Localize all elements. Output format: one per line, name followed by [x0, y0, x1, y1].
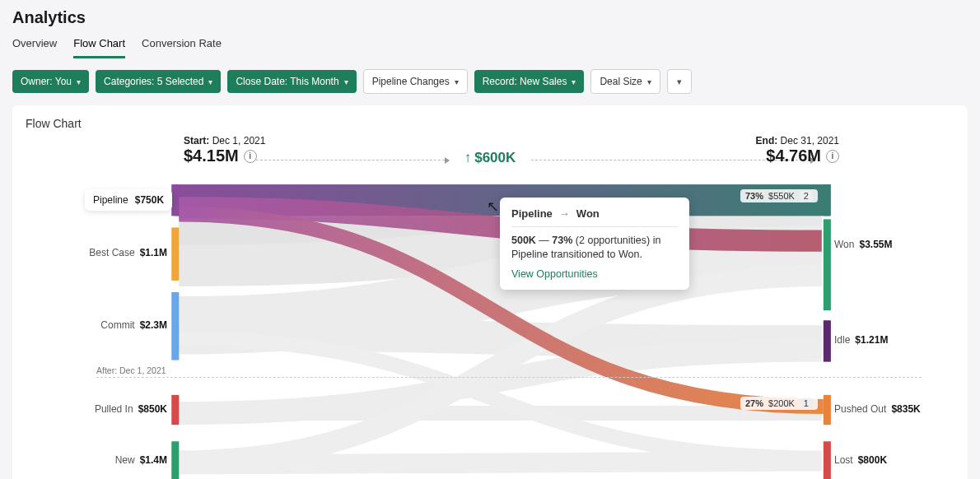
more-filters-button[interactable]: ▾ — [667, 69, 692, 94]
filter-close-date-label: Close Date: This Month — [236, 76, 338, 87]
info-icon[interactable]: i — [244, 150, 257, 163]
start-label: Start: Dec 1, 2021 — [184, 135, 265, 146]
node-commit[interactable]: Commit$2.3M — [100, 319, 167, 331]
node-value: $1.21M — [855, 334, 888, 346]
endcap-pct: 27% — [745, 398, 763, 408]
filter-deal-size-label: Deal Size — [600, 76, 642, 87]
node-name: Best Case — [89, 247, 134, 258]
node-value: $750K — [135, 194, 164, 206]
node-name: New — [115, 454, 135, 466]
flow-endcap-won[interactable]: 73% $550K 2 — [740, 189, 818, 202]
node-name: Idle — [834, 334, 850, 346]
svg-rect-5 — [171, 441, 179, 479]
node-name: Commit — [100, 319, 134, 331]
node-pipeline-card[interactable]: Pipeline $750K — [85, 189, 172, 211]
chevron-down-icon: ▾ — [677, 77, 682, 87]
flow-endcap-pushed[interactable]: 27% $200K 1 — [740, 397, 818, 410]
node-value: $800K — [858, 454, 887, 466]
node-value: $1.4M — [140, 454, 167, 466]
sankey-chart[interactable]: Pipeline $750K Best Case$1.1M Commit$2.3… — [26, 176, 954, 479]
filter-close-date[interactable]: Close Date: This Month▾ — [227, 70, 356, 93]
svg-rect-3 — [171, 292, 179, 360]
endcap-amount: $200K — [768, 398, 795, 408]
svg-rect-8 — [824, 320, 831, 361]
svg-rect-7 — [824, 219, 831, 310]
tooltip-to: Won — [576, 207, 600, 220]
flow-tooltip: Pipeline → Won 500K — 73% (2 opportuniti… — [500, 198, 689, 290]
filter-categories[interactable]: Categories: 5 Selected▾ — [96, 70, 221, 93]
filter-record-label: Record: New Sales — [483, 76, 567, 87]
delta-amount: ↑ $600K — [464, 150, 516, 166]
end-label: End: Dec 31, 2021 — [756, 135, 839, 146]
svg-rect-4 — [171, 395, 179, 425]
filter-record[interactable]: Record: New Sales▾ — [474, 70, 585, 93]
svg-rect-2 — [171, 227, 179, 280]
svg-rect-1 — [171, 184, 179, 216]
info-icon[interactable]: i — [826, 150, 839, 163]
filter-pipeline-changes-label: Pipeline Changes — [372, 76, 450, 87]
svg-rect-6 — [824, 184, 831, 216]
summary-bar: Start: Dec 1, 2021 $4.15Mi ↑ $600K End: … — [141, 135, 839, 171]
chevron-down-icon: ▾ — [647, 77, 651, 86]
chevron-down-icon: ▾ — [77, 77, 81, 86]
node-best-case[interactable]: Best Case$1.1M — [89, 247, 167, 258]
connector-line — [256, 160, 449, 160]
node-idle[interactable]: Idle$1.21M — [834, 334, 888, 346]
node-value: $835K — [891, 403, 920, 415]
view-opportunities-link[interactable]: View Opportunities — [511, 268, 598, 280]
card-title: Flow Chart — [26, 117, 954, 130]
arrow-up-icon: ↑ — [464, 150, 472, 166]
start-amount: $4.15Mi — [184, 146, 257, 165]
arrow-right-icon: → — [559, 207, 570, 220]
node-new[interactable]: New$1.4M — [115, 454, 167, 466]
page-title: Analytics — [12, 8, 968, 27]
tooltip-body: 500K — 73% (2 opportunities) in Pipeline… — [511, 234, 678, 262]
node-value: $1.1M — [140, 247, 167, 258]
node-name: Pushed Out — [834, 403, 886, 415]
filter-deal-size[interactable]: Deal Size▾ — [590, 69, 660, 94]
tooltip-from: Pipeline — [511, 207, 553, 220]
tab-conversion-rate[interactable]: Conversion Rate — [142, 34, 222, 58]
node-value: $3.55M — [859, 239, 892, 250]
filter-pipeline-changes[interactable]: Pipeline Changes▾ — [363, 69, 468, 94]
node-pushed-out[interactable]: Pushed Out$835K — [834, 403, 921, 415]
tabs: Overview Flow Chart Conversion Rate — [12, 34, 968, 59]
chevron-down-icon: ▾ — [208, 77, 212, 86]
node-lost[interactable]: Lost$800K — [834, 454, 887, 466]
tab-overview[interactable]: Overview — [12, 34, 57, 58]
tab-flow-chart[interactable]: Flow Chart — [73, 34, 125, 58]
node-name: Pipeline — [93, 194, 128, 206]
flow-chart-card: Flow Chart Start: Dec 1, 2021 $4.15Mi ↑ … — [12, 105, 968, 479]
chevron-down-icon: ▾ — [572, 77, 576, 86]
after-label: After: Dec 1, 2021 — [96, 365, 166, 375]
end-amount: $4.76Mi — [766, 146, 839, 165]
filter-categories-label: Categories: 5 Selected — [104, 76, 203, 87]
endcap-count: 2 — [800, 191, 813, 201]
filter-owner[interactable]: Owner: You▾ — [12, 70, 89, 93]
after-divider — [96, 377, 922, 378]
node-value: $2.3M — [140, 319, 167, 331]
svg-rect-9 — [824, 395, 831, 425]
endcap-count: 1 — [800, 398, 813, 408]
node-value: $850K — [138, 403, 167, 415]
node-name: Lost — [834, 454, 853, 466]
node-pulled-in[interactable]: Pulled In$850K — [95, 403, 167, 415]
filter-owner-label: Owner: You — [21, 76, 72, 87]
chevron-down-icon: ▾ — [455, 77, 459, 86]
node-name: Pulled In — [95, 403, 133, 415]
endcap-pct: 73% — [745, 191, 763, 201]
chevron-down-icon: ▾ — [344, 77, 348, 86]
svg-rect-10 — [824, 441, 831, 479]
filter-bar: Owner: You▾ Categories: 5 Selected▾ Clos… — [12, 69, 968, 94]
node-won[interactable]: Won$3.55M — [834, 239, 893, 250]
endcap-amount: $550K — [768, 191, 795, 201]
node-name: Won — [834, 239, 854, 250]
